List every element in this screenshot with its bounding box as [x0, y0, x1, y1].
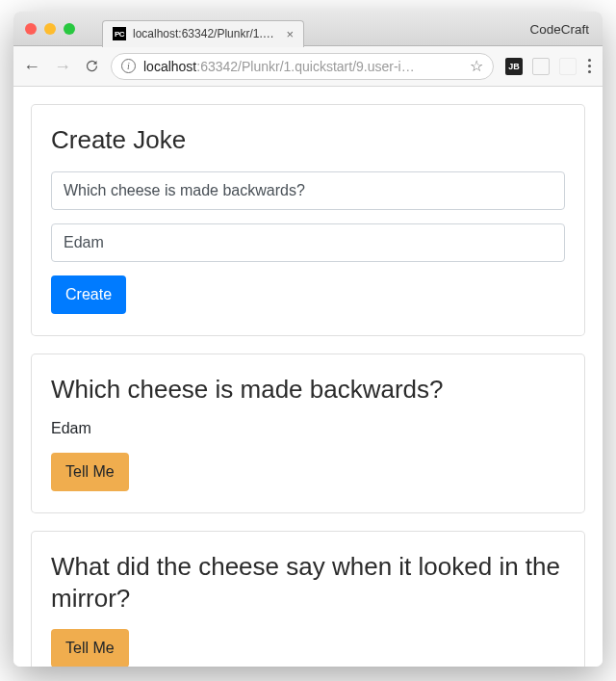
bookmark-star-icon[interactable]: ☆	[470, 57, 483, 75]
address-bar[interactable]: i localhost:63342/Plunkr/1.quickstart/9.…	[111, 53, 494, 80]
brand-label: CodeCraft	[529, 12, 589, 46]
joke-punchline: Edam	[51, 420, 565, 437]
tell-me-button[interactable]: Tell Me	[51, 629, 129, 667]
browser-window: PC localhost:63342/Plunkr/1.quic × CodeC…	[13, 12, 603, 667]
pycharm-favicon-icon: PC	[113, 27, 126, 40]
create-joke-heading: Create Joke	[51, 124, 565, 156]
page-content: Create Joke Create Which cheese is made …	[13, 87, 603, 667]
close-window-button[interactable]	[25, 23, 37, 35]
window-controls	[13, 23, 75, 35]
extension-icons: JB	[505, 58, 593, 75]
nav-buttons: ← →	[23, 58, 99, 75]
jetbrains-extension-icon[interactable]: JB	[505, 58, 523, 75]
tell-me-button[interactable]: Tell Me	[51, 453, 129, 491]
setup-input[interactable]	[51, 171, 565, 210]
create-button[interactable]: Create	[51, 275, 126, 314]
browser-tab[interactable]: PC localhost:63342/Plunkr/1.quic ×	[102, 20, 304, 47]
tab-title: localhost:63342/Plunkr/1.quic	[133, 27, 279, 40]
browser-menu-icon[interactable]	[586, 59, 593, 73]
extension-disabled-icon[interactable]	[559, 58, 577, 75]
forward-button[interactable]: →	[54, 58, 71, 75]
minimize-window-button[interactable]	[44, 23, 56, 35]
joke-card: What did the cheese say when it looked i…	[31, 531, 585, 667]
close-tab-icon[interactable]: ×	[286, 28, 294, 40]
extension-placeholder-icon[interactable]	[532, 58, 550, 75]
url-text: localhost:63342/Plunkr/1.quickstart/9.us…	[143, 59, 462, 74]
site-info-icon[interactable]: i	[121, 59, 136, 73]
joke-setup: What did the cheese say when it looked i…	[51, 551, 565, 614]
punchline-input[interactable]	[51, 223, 565, 262]
joke-setup: Which cheese is made backwards?	[51, 374, 565, 406]
titlebar: PC localhost:63342/Plunkr/1.quic × CodeC…	[13, 12, 603, 46]
maximize-window-button[interactable]	[64, 23, 75, 35]
joke-card: Which cheese is made backwards?EdamTell …	[31, 354, 585, 514]
browser-toolbar: ← → i localhost:63342/Plunkr/1.quickstar…	[13, 46, 603, 87]
back-button[interactable]: ←	[23, 58, 40, 75]
reload-icon[interactable]	[85, 59, 99, 73]
create-joke-card: Create Joke Create	[31, 104, 585, 336]
